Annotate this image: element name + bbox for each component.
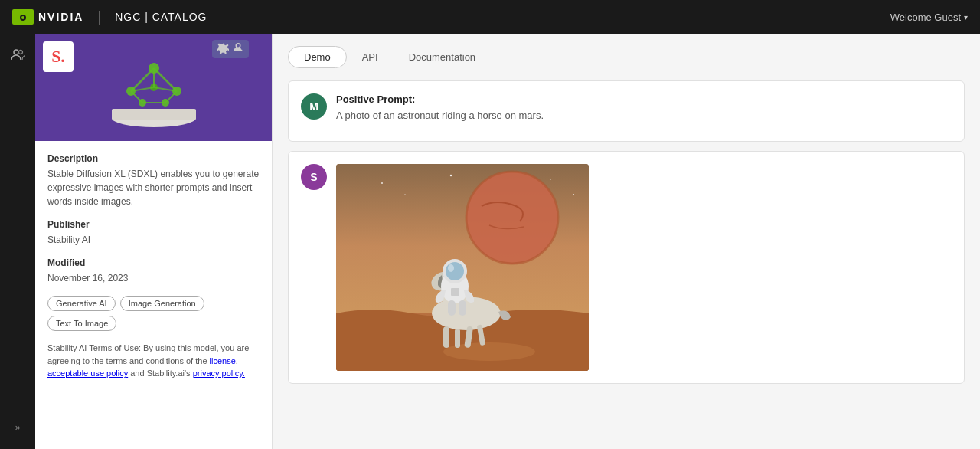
svg-rect-32 xyxy=(443,326,449,348)
description-label: Description xyxy=(47,153,260,164)
svg-point-2 xyxy=(14,50,18,54)
gear-icons xyxy=(212,40,249,58)
generated-image xyxy=(336,164,589,371)
prompt-card: M Positive Prompt: A photo of an astrona… xyxy=(288,80,965,142)
svg-rect-41 xyxy=(459,300,466,316)
left-panel: S. xyxy=(35,34,273,449)
model-hero: S. xyxy=(35,34,272,141)
svg-rect-5 xyxy=(112,109,196,120)
terms-text: Stability AI Terms of Use: By using this… xyxy=(47,342,260,380)
modified-label: Modified xyxy=(47,257,260,268)
svg-rect-43 xyxy=(451,288,459,296)
tab-demo[interactable]: Demo xyxy=(288,46,347,68)
image-card: S xyxy=(288,151,965,384)
team-icon[interactable] xyxy=(5,43,30,67)
tag-generative-ai[interactable]: Generative AI xyxy=(47,296,116,311)
nvidia-text: NVIDIA xyxy=(38,11,83,23)
privacy-policy-link[interactable]: privacy policy. xyxy=(193,369,245,378)
prompt-card-content: Positive Prompt: A photo of an astronaut… xyxy=(336,93,952,121)
chevron-down-icon: ▾ xyxy=(964,13,968,21)
right-panel: Demo API Documentation M Positive Prompt… xyxy=(273,34,980,449)
publisher-label: Publisher xyxy=(47,219,260,230)
svg-point-27 xyxy=(404,194,406,195)
image-card-header: S xyxy=(301,164,952,371)
svg-point-39 xyxy=(448,264,454,272)
svg-point-3 xyxy=(19,51,23,54)
svg-point-23 xyxy=(381,182,383,184)
navbar: NVIDIA | NGC | CATALOG Welcome Guest ▾ xyxy=(0,0,980,34)
double-chevron-icon: » xyxy=(15,422,21,433)
modified-value: November 16, 2023 xyxy=(47,271,260,285)
tag-text-to-image[interactable]: Text To Image xyxy=(47,316,116,331)
tab-bar: Demo API Documentation xyxy=(288,46,965,68)
tag-image-generation[interactable]: Image Generation xyxy=(120,296,204,311)
acceptable-use-link[interactable]: acceptable use policy xyxy=(47,369,128,378)
description-section: Description Stable Diffusion XL (SDXL) e… xyxy=(47,153,260,208)
expand-icon[interactable]: » xyxy=(5,415,30,440)
publisher-value: Stability AI xyxy=(47,233,260,247)
svg-line-14 xyxy=(131,91,142,103)
prompt-card-header: M Positive Prompt: A photo of an astrona… xyxy=(301,93,952,121)
tag-pills: Generative AI Image Generation Text To I… xyxy=(47,296,260,331)
prompt-label: Positive Prompt: xyxy=(336,93,952,105)
icon-strip: » xyxy=(0,34,35,449)
svg-point-26 xyxy=(573,194,574,195)
left-panel-info: Description Stable Diffusion XL (SDXL) e… xyxy=(35,141,272,392)
description-text: Stable Diffusion XL (SDXL) enables you t… xyxy=(47,167,260,208)
publisher-section: Publisher Stability AI xyxy=(47,219,260,247)
license-link[interactable]: license xyxy=(210,356,236,365)
svg-rect-40 xyxy=(448,300,456,316)
svg-line-15 xyxy=(165,91,177,103)
welcome-text[interactable]: Welcome Guest ▾ xyxy=(890,11,968,23)
svg-point-38 xyxy=(446,262,464,280)
nvidia-logo: NVIDIA xyxy=(12,9,83,25)
svg-point-30 xyxy=(432,297,501,330)
svg-point-24 xyxy=(450,175,452,176)
main-layout: » S. xyxy=(0,34,980,449)
model-3d-graphic xyxy=(104,49,204,133)
svg-point-25 xyxy=(550,179,551,180)
navbar-left: NVIDIA | NGC | CATALOG xyxy=(12,9,207,25)
svg-rect-33 xyxy=(455,329,460,348)
prompt-text: A photo of an astronaut riding a horse o… xyxy=(336,110,952,121)
tab-documentation[interactable]: Documentation xyxy=(394,46,491,68)
modified-section: Modified November 16, 2023 xyxy=(47,257,260,285)
svg-point-1 xyxy=(21,16,24,19)
nav-divider: | xyxy=(97,9,101,25)
user-avatar-m: M xyxy=(301,93,327,120)
tab-api[interactable]: API xyxy=(347,46,394,68)
stability-logo: S. xyxy=(43,41,74,72)
ngc-catalog-text: NGC | CATALOG xyxy=(115,11,207,23)
nvidia-green-icon xyxy=(12,9,34,25)
system-avatar-s: S xyxy=(301,164,327,190)
